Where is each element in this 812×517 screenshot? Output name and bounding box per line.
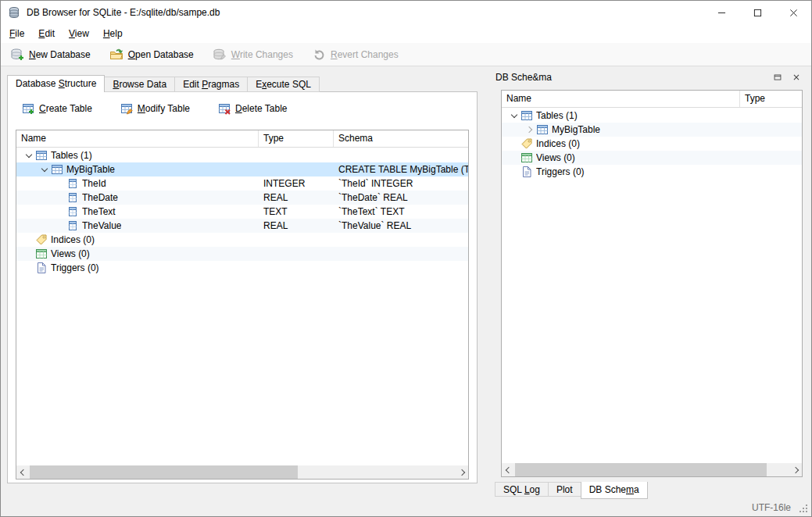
scrollbar-thumb[interactable] — [515, 463, 767, 476]
indent-spacer — [23, 262, 35, 274]
column-header-name[interactable]: Name — [16, 130, 259, 147]
new-database-button[interactable]: New Database — [7, 45, 94, 64]
write-changes-icon — [213, 48, 227, 62]
tab-sql-log[interactable]: SQL Log — [495, 482, 549, 497]
minimize-button[interactable] — [703, 1, 739, 24]
window-title: DB Browser for SQLite - E:/sqlite/db/sam… — [27, 7, 703, 18]
close-button[interactable] — [775, 1, 811, 24]
triggers-icon — [35, 262, 48, 274]
open-database-button[interactable]: Open Database — [106, 45, 197, 64]
menu-help[interactable]: Help — [96, 26, 130, 41]
revert-changes-icon — [312, 48, 326, 62]
tree-row-theid[interactable]: TheId INTEGER `TheId` INTEGER — [16, 176, 468, 191]
app-window: DB Browser for SQLite - E:/sqlite/db/sam… — [0, 0, 812, 517]
schema-tree: Name Type Tables (1) MyBigTable Indic — [501, 90, 803, 477]
schema-tree-header: Name Type — [502, 91, 802, 108]
chevron-down-icon[interactable] — [508, 109, 520, 122]
scrollbar-thumb[interactable] — [30, 465, 298, 479]
scroll-right-button[interactable] — [455, 465, 468, 479]
indices-icon — [35, 234, 48, 246]
table-icon — [536, 123, 549, 136]
tab-plot[interactable]: Plot — [548, 482, 581, 497]
scrollbar-track[interactable] — [515, 463, 789, 476]
indent-spacer — [23, 234, 35, 246]
delete-table-icon — [218, 102, 231, 115]
create-table-button[interactable]: Create Table — [22, 102, 92, 115]
dock-tree-row-indices[interactable]: Indices (0) — [502, 137, 802, 151]
dock-close-button[interactable] — [790, 71, 803, 84]
tab-database-structure[interactable]: Database Structure — [7, 75, 105, 92]
field-icon — [66, 205, 79, 218]
tree-row-thedate[interactable]: TheDate REAL `TheDate` REAL — [16, 191, 468, 205]
chevron-down-icon[interactable] — [23, 149, 35, 162]
app-icon — [8, 6, 20, 19]
menu-file[interactable]: File — [2, 26, 31, 41]
modify-table-button[interactable]: Modify Table — [120, 102, 190, 115]
maximize-icon — [753, 9, 762, 17]
indent-spacer — [54, 177, 66, 190]
tab-browse-data[interactable]: Browse Data — [104, 77, 175, 92]
modify-table-icon — [120, 102, 133, 115]
column-header-type[interactable]: Type — [740, 91, 802, 107]
menu-view[interactable]: View — [62, 26, 96, 41]
dock-float-button[interactable] — [771, 71, 784, 84]
write-changes-button: Write Changes — [209, 45, 296, 64]
field-icon — [66, 191, 79, 204]
tree-row-triggers[interactable]: Triggers (0) — [16, 261, 468, 275]
indent-spacer — [54, 205, 66, 218]
structure-tree: Name Type Schema Tables (1) MyBigTable — [16, 130, 469, 480]
tree-row-indices[interactable]: Indices (0) — [16, 233, 468, 247]
column-header-name[interactable]: Name — [502, 91, 740, 107]
table-icon — [35, 149, 48, 162]
horizontal-scrollbar[interactable] — [16, 465, 468, 479]
delete-table-button[interactable]: Delete Table — [218, 102, 288, 115]
resize-grip[interactable] — [799, 504, 809, 514]
chevron-down-icon[interactable] — [38, 163, 51, 176]
scroll-left-button[interactable] — [502, 463, 515, 476]
indent-spacer — [54, 219, 66, 232]
views-icon — [520, 152, 533, 164]
chevron-right-icon[interactable] — [524, 123, 536, 136]
scroll-left-button[interactable] — [16, 465, 30, 479]
tab-execute-sql[interactable]: Execute SQL — [247, 77, 320, 92]
field-icon — [66, 219, 79, 232]
views-icon — [35, 248, 48, 260]
create-table-icon — [22, 102, 34, 115]
structure-tree-header: Name Type Schema — [16, 130, 468, 148]
column-header-schema[interactable]: Schema — [334, 130, 468, 147]
float-dock-icon — [772, 72, 783, 83]
tree-row-views[interactable]: Views (0) — [16, 247, 468, 261]
dock-tree-row-triggers[interactable]: Triggers (0) — [502, 165, 802, 179]
encoding-indicator: UTF-16le — [752, 502, 791, 513]
dock-tree-row-mybigtable[interactable]: MyBigTable — [502, 123, 802, 137]
dock-title-bar[interactable]: DB Sche&ma — [489, 70, 805, 85]
database-structure-pane: Create Table Modify Table Delete Table N… — [7, 91, 478, 483]
menu-edit[interactable]: Edit — [31, 26, 62, 41]
indices-icon — [520, 137, 533, 150]
title-bar[interactable]: DB Browser for SQLite - E:/sqlite/db/sam… — [1, 1, 811, 24]
dock-tree-row-views[interactable]: Views (0) — [502, 151, 802, 165]
revert-changes-button: Revert Changes — [309, 45, 402, 64]
dock-tree-row-tables[interactable]: Tables (1) — [502, 109, 802, 123]
close-icon — [789, 9, 798, 17]
scrollbar-track[interactable] — [30, 465, 455, 479]
indent-spacer — [508, 152, 520, 164]
menu-bar: File Edit View Help — [1, 24, 811, 43]
tab-db-schema[interactable]: DB Schema — [581, 482, 648, 499]
db-schema-dock: DB Sche&ma Name Type Tables (1) — [489, 70, 805, 499]
scroll-right-button[interactable] — [789, 463, 802, 476]
field-icon — [66, 177, 79, 190]
new-database-icon — [10, 48, 24, 62]
toolbar: New Database Open Database Write Changes… — [1, 43, 811, 66]
horizontal-scrollbar[interactable] — [502, 463, 802, 476]
indent-spacer — [23, 248, 35, 260]
tree-row-thevalue[interactable]: TheValue REAL `TheValue` REAL — [16, 219, 468, 233]
tree-row-thetext[interactable]: TheText TEXT `TheText` TEXT — [16, 205, 468, 219]
tab-edit-pragmas[interactable]: Edit Pragmas — [174, 77, 248, 92]
table-icon — [520, 109, 533, 122]
indent-spacer — [54, 191, 66, 204]
tree-row-tables[interactable]: Tables (1) — [16, 148, 468, 162]
maximize-button[interactable] — [739, 1, 775, 24]
tree-row-mybigtable[interactable]: MyBigTable CREATE TABLE MyBigTable (TheI… — [16, 162, 468, 176]
column-header-type[interactable]: Type — [259, 130, 334, 147]
